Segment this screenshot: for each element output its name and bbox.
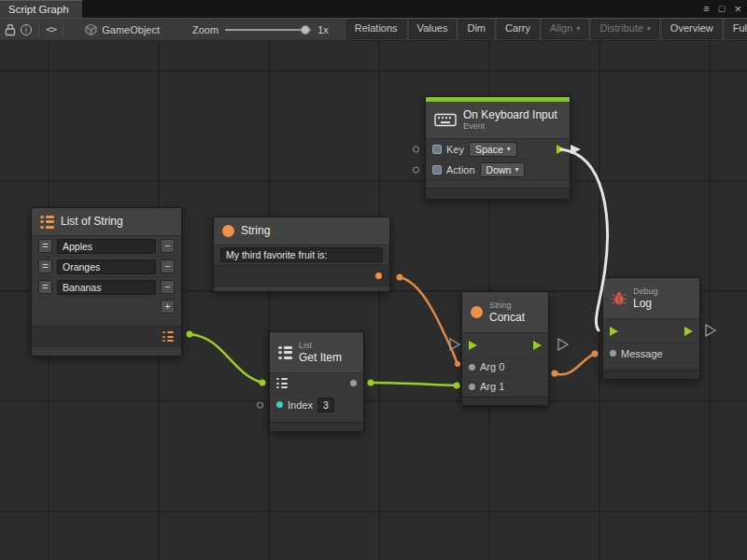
action-input-port[interactable] — [413, 166, 419, 173]
list-item-row: = Bananas − — [32, 277, 181, 298]
keyboard-icon — [434, 113, 457, 127]
node-title: Get Item — [299, 351, 342, 364]
control-in-port[interactable] — [469, 341, 477, 350]
item-output-port[interactable] — [350, 380, 357, 386]
remove-item-button[interactable]: − — [161, 280, 175, 294]
list-item-field[interactable]: Bananas — [57, 280, 156, 295]
node-on-keyboard-input[interactable]: On Keyboard Input Event Key Space Action… — [425, 96, 571, 200]
list-input-row — [270, 373, 363, 394]
node-port-strip — [214, 265, 389, 286]
list-icon — [40, 216, 54, 229]
node-footer — [462, 397, 548, 405]
node-header[interactable]: On Keyboard Input Event — [426, 102, 570, 139]
window-menu-icon[interactable]: ≡ — [703, 4, 709, 14]
node-bottom — [32, 346, 181, 356]
node-concat[interactable]: String Concat Arg 0 Arg 1 — [461, 291, 549, 406]
node-bottom — [214, 286, 389, 291]
node-title: Concat — [489, 311, 525, 324]
gameobject-reference[interactable]: GameObject — [85, 23, 160, 35]
node-header[interactable]: String — [214, 217, 389, 245]
node-header[interactable]: String Concat — [462, 292, 548, 333]
zoom-slider[interactable] — [225, 23, 311, 36]
action-dropdown[interactable]: Down — [480, 162, 526, 177]
arg0-row: Arg 0 — [462, 357, 548, 377]
toolbar-separator — [63, 22, 63, 36]
zoom-label: Zoom — [192, 24, 218, 35]
control-flow-row — [603, 319, 699, 343]
key-dropdown[interactable]: Space — [469, 142, 517, 157]
maximize-icon[interactable]: □ — [719, 4, 726, 14]
remove-item-button[interactable]: − — [161, 259, 175, 273]
key-input-port[interactable] — [413, 146, 419, 152]
node-header[interactable]: List Get Item — [270, 332, 363, 373]
node-list-of-string[interactable]: List of String = Apples − = Oranges − = … — [31, 207, 182, 357]
remove-item-button[interactable]: − — [161, 239, 175, 253]
zoom-value: 1x — [317, 24, 329, 35]
string-output-port[interactable] — [375, 273, 382, 279]
toolbar-separator — [38, 22, 39, 36]
arg0-label: Arg 0 — [480, 361, 504, 372]
arg1-label: Arg 1 — [480, 381, 504, 392]
node-port-strip — [32, 326, 181, 346]
message-row: Message — [603, 343, 699, 364]
zoom-slider-knob[interactable] — [301, 25, 310, 35]
close-icon[interactable]: × — [734, 3, 741, 15]
node-footer — [270, 422, 363, 431]
string-value-row: My third favorite fruit is: — [214, 245, 389, 265]
trigger-output-port[interactable] — [557, 145, 565, 154]
lock-icon[interactable] — [5, 21, 16, 38]
message-input-port[interactable] — [610, 350, 616, 357]
control-in-port[interactable] — [610, 327, 618, 336]
add-item-row: + — [32, 298, 181, 316]
add-item-button[interactable]: + — [161, 300, 175, 314]
distribute-button: Distribute — [591, 20, 658, 38]
drag-handle-button[interactable]: = — [38, 280, 52, 294]
code-view-icon[interactable]: <> — [46, 21, 56, 38]
node-header[interactable]: List of String — [32, 208, 181, 236]
node-title: On Keyboard Input — [463, 108, 557, 121]
node-get-item[interactable]: List Get Item Index 3 — [269, 331, 364, 432]
list-output-port[interactable] — [162, 331, 174, 342]
overview-button[interactable]: Overview — [662, 20, 722, 38]
index-field[interactable]: 3 — [317, 398, 334, 413]
node-title: String — [241, 224, 270, 237]
list-item-field[interactable]: Oranges — [57, 259, 156, 274]
zoom-control: Zoom 1x — [192, 23, 329, 36]
node-debug-log[interactable]: Debug Log Message — [602, 277, 700, 380]
tab-bar: Script Graph ≡ □ × — [0, 0, 747, 18]
relations-button[interactable]: Relations — [346, 20, 406, 38]
node-body-gap — [426, 180, 570, 188]
dim-button[interactable]: Dim — [458, 20, 494, 38]
values-button[interactable]: Values — [409, 20, 457, 38]
keycap-icon — [432, 145, 442, 154]
node-footer — [603, 370, 699, 379]
drag-handle-button[interactable]: = — [38, 239, 52, 253]
node-subtitle: Event — [463, 121, 557, 132]
index-row: Index 3 — [270, 394, 363, 416]
list-input-port[interactable] — [276, 378, 288, 388]
node-string-literal[interactable]: String My third favorite fruit is: — [213, 217, 390, 292]
key-row: Key Space — [426, 139, 570, 160]
control-flow-row — [462, 333, 548, 357]
info-icon[interactable]: i — [21, 21, 32, 38]
node-category: List — [299, 341, 342, 351]
arg0-input-port[interactable] — [469, 364, 475, 371]
tab-script-graph[interactable]: Script Graph — [0, 0, 82, 18]
align-button: Align — [542, 20, 588, 38]
list-item-field[interactable]: Apples — [57, 239, 156, 254]
drag-handle-button[interactable]: = — [38, 259, 52, 273]
node-category: Debug — [633, 287, 658, 297]
index-label: Index — [288, 399, 313, 411]
carry-button[interactable]: Carry — [497, 20, 539, 38]
full-screen-button[interactable]: Full Screen — [725, 20, 747, 38]
node-title: List of String — [61, 215, 123, 228]
graph-toolbar: i <> GameObject Zoom 1x Relations Values… — [0, 18, 747, 41]
string-value-field[interactable]: My third favorite fruit is: — [220, 247, 383, 262]
list-item-row: = Apples − — [32, 236, 181, 257]
arg1-input-port[interactable] — [469, 384, 475, 390]
index-input-port[interactable] — [257, 401, 263, 408]
control-out-port[interactable] — [684, 327, 693, 336]
node-header[interactable]: Debug Log — [603, 278, 699, 319]
control-out-port[interactable] — [533, 341, 542, 350]
list-item-row: = Oranges − — [32, 257, 181, 277]
